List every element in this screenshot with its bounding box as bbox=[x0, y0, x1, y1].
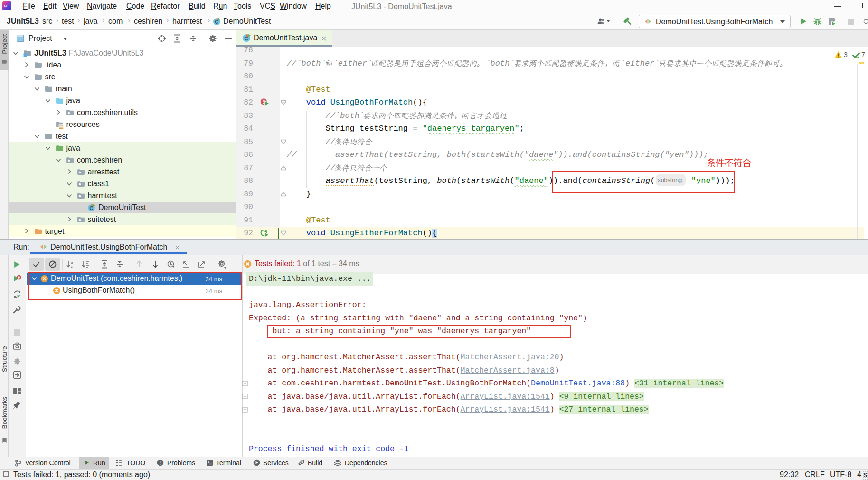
svg-text:C: C bbox=[245, 36, 248, 41]
svg-text:z: z bbox=[71, 264, 73, 269]
svg-text:C: C bbox=[215, 19, 218, 25]
svg-text:9: 9 bbox=[18, 275, 20, 280]
svg-text:C: C bbox=[89, 206, 93, 211]
